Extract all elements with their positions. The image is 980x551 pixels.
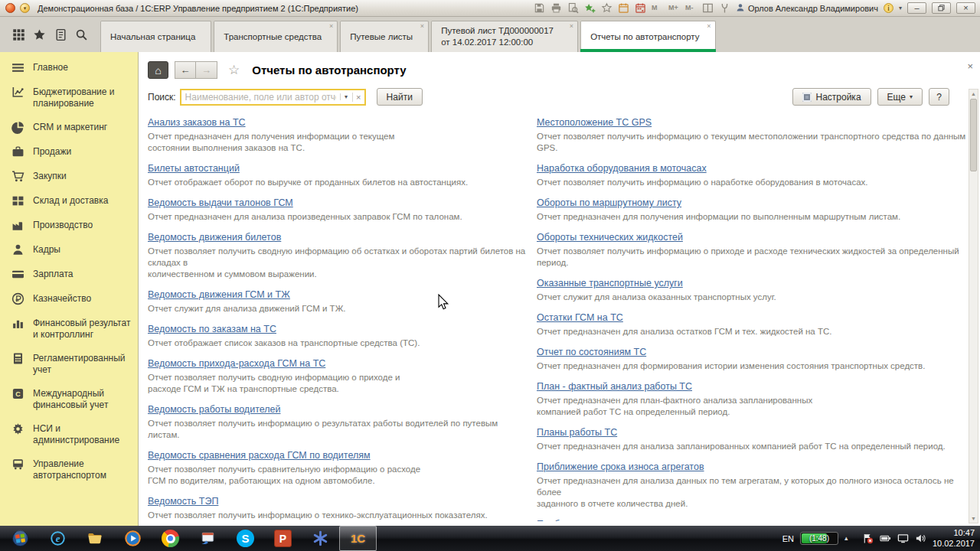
sidebar-item[interactable]: Главное xyxy=(0,56,138,80)
sidebar-item[interactable]: Зарплата xyxy=(0,262,138,287)
scroll-down-icon[interactable]: ▼ xyxy=(971,514,976,523)
report-link[interactable]: Наработка оборудования в моточасах xyxy=(537,163,707,174)
taskbar-ie-button[interactable]: e xyxy=(39,526,77,551)
report-link[interactable]: Приближение срока износа агрегатов xyxy=(537,461,704,472)
app-logo-icon[interactable] xyxy=(5,3,15,13)
service-y-icon[interactable] xyxy=(719,2,730,14)
more-button[interactable]: Еще▾ xyxy=(877,88,923,106)
display-icon[interactable] xyxy=(897,533,909,544)
report-link[interactable]: Ведомость выдачи талонов ГСМ xyxy=(148,197,293,208)
report-link[interactable]: Оказанные транспортные услуги xyxy=(537,278,683,289)
close-form-icon[interactable]: × xyxy=(967,61,973,71)
tab-close-icon[interactable]: × xyxy=(329,23,333,30)
user-button[interactable]: Орлов Александр Владимирович xyxy=(736,3,878,14)
tab[interactable]: Отчеты по автотранспорту× xyxy=(580,21,715,52)
info-button[interactable]: i xyxy=(884,3,893,13)
report-link[interactable]: Обороты технических жидкостей xyxy=(537,232,683,243)
favorites-star-icon[interactable] xyxy=(33,28,46,41)
tab-close-icon[interactable]: × xyxy=(570,23,573,30)
report-link[interactable]: Местоположение ТС GPS xyxy=(537,117,652,128)
report-link[interactable]: Остатки ГСМ на ТС xyxy=(537,312,623,323)
vertical-scrollbar[interactable]: ▲ ▼ xyxy=(969,89,978,523)
search-clear-icon[interactable]: × xyxy=(352,93,364,102)
minimize-button[interactable]: – xyxy=(907,2,926,14)
calendar-period-icon[interactable] xyxy=(635,2,646,14)
report-link[interactable]: План - фактный анализ работы ТС xyxy=(537,381,692,392)
taskbar-media-player-button[interactable] xyxy=(114,526,152,551)
action-center-flag-icon[interactable] xyxy=(862,533,874,544)
tab[interactable]: Начальная страница xyxy=(100,21,211,52)
search-input[interactable] xyxy=(181,92,340,103)
scroll-up-icon[interactable]: ▲ xyxy=(971,90,976,98)
chevron-down-icon[interactable]: ▾ xyxy=(899,5,902,11)
sidebar-item[interactable]: Продажи xyxy=(0,140,138,165)
print-preview-icon[interactable] xyxy=(567,2,579,14)
search-icon[interactable] xyxy=(75,28,88,41)
sidebar-item[interactable]: Производство xyxy=(0,214,138,238)
save-icon[interactable] xyxy=(534,2,545,14)
taskbar-explorer-button[interactable] xyxy=(77,526,114,551)
split-window-icon[interactable] xyxy=(702,2,714,14)
sidebar-item[interactable]: Бюджетирование и планирование xyxy=(0,80,138,116)
battery-widget[interactable]: (1:48) xyxy=(800,532,838,545)
taskbar-asterisk-app-button[interactable] xyxy=(302,526,339,551)
back-button[interactable]: ← xyxy=(175,61,196,79)
settings-button[interactable]: Настройка xyxy=(792,88,871,106)
sidebar-item[interactable]: Закупки xyxy=(0,165,138,189)
search-dropdown-icon[interactable]: ▾ xyxy=(340,93,352,100)
battery-icon[interactable] xyxy=(880,533,891,544)
report-link[interactable]: Ведомость ТЭП xyxy=(148,496,218,507)
restore-button[interactable] xyxy=(932,2,951,14)
print-icon[interactable] xyxy=(550,2,562,14)
language-indicator[interactable]: EN xyxy=(782,534,794,543)
forward-button[interactable]: → xyxy=(196,61,217,79)
sidebar-item[interactable]: Финансовый результат и контроллинг xyxy=(0,311,138,347)
tab-close-icon[interactable]: × xyxy=(707,23,710,30)
clock[interactable]: 10:47 10.02.2017 xyxy=(933,528,975,549)
close-button[interactable]: × xyxy=(956,2,975,14)
taskbar-powerpoint-button[interactable]: P xyxy=(264,526,302,551)
sidebar-item[interactable]: Казначейство xyxy=(0,287,138,311)
sidebar-item[interactable]: CМеждународный финансовый учет xyxy=(0,382,138,417)
favorite-star-icon[interactable]: ☆ xyxy=(228,62,240,78)
taskbar-remote-app-button[interactable] xyxy=(189,526,227,551)
sidebar-item[interactable]: CRM и маркетинг xyxy=(0,116,138,140)
report-link[interactable]: Анализ заказов на ТС xyxy=(148,117,246,128)
taskbar-chrome-button[interactable] xyxy=(152,526,189,551)
help-button[interactable]: ? xyxy=(929,88,949,106)
report-link[interactable]: Билеты автостанций xyxy=(148,163,240,174)
tab[interactable]: Транспортные средства× xyxy=(214,21,338,52)
grid-menu-icon[interactable] xyxy=(12,28,25,41)
tab[interactable]: Путевой лист ТД000000017 от 14.02.2017 1… xyxy=(431,21,578,52)
report-link[interactable]: Ведомость движения билетов xyxy=(148,232,281,243)
speaker-icon[interactable] xyxy=(915,533,926,544)
report-link[interactable]: Ведомость по заказам на ТС xyxy=(148,324,276,334)
taskbar-start-button[interactable] xyxy=(2,526,39,551)
history-icon[interactable] xyxy=(54,28,67,41)
find-button[interactable]: Найти xyxy=(377,88,423,106)
report-link[interactable]: Ведомость работы водителей xyxy=(148,404,281,415)
taskbar-skype-button[interactable]: S xyxy=(227,526,264,551)
scrollbar-thumb[interactable] xyxy=(970,99,977,171)
favorites-icon[interactable] xyxy=(601,2,612,14)
tab[interactable]: Путевые листы× xyxy=(340,21,429,52)
calendar-icon[interactable] xyxy=(618,2,629,14)
report-link[interactable]: Ведомость прихода-расхода ГСМ на ТС xyxy=(148,358,325,369)
report-link[interactable]: Планы работы ТС xyxy=(537,427,617,438)
report-link[interactable]: Ведомость сравнения расхода ГСМ по водит… xyxy=(148,450,371,461)
sidebar-item[interactable]: Регламентированный учет xyxy=(0,347,138,382)
memory-plus-icon[interactable]: M+ xyxy=(668,2,680,14)
sidebar-item[interactable]: Склад и доставка xyxy=(0,189,138,214)
sidebar-item[interactable]: НСИ и администрирование xyxy=(0,417,138,452)
memory-icon[interactable]: M xyxy=(652,2,663,14)
tray-expand-icon[interactable]: ▴ xyxy=(844,533,856,544)
memory-minus-icon[interactable]: M- xyxy=(685,2,697,14)
home-button[interactable]: ⌂ xyxy=(148,61,168,79)
system-menu-button[interactable]: ▾ xyxy=(20,3,30,13)
tab-close-icon[interactable]: × xyxy=(420,23,424,30)
sidebar-item[interactable]: Кадры xyxy=(0,238,138,262)
report-link[interactable]: Обороты по маршрутному листу xyxy=(537,197,681,208)
report-link[interactable]: Ведомость движения ГСМ и ТЖ xyxy=(148,289,290,300)
sidebar-item[interactable]: Управление автотранспортом xyxy=(0,452,138,487)
report-link[interactable]: Отчет по состояниям ТС xyxy=(537,347,646,357)
